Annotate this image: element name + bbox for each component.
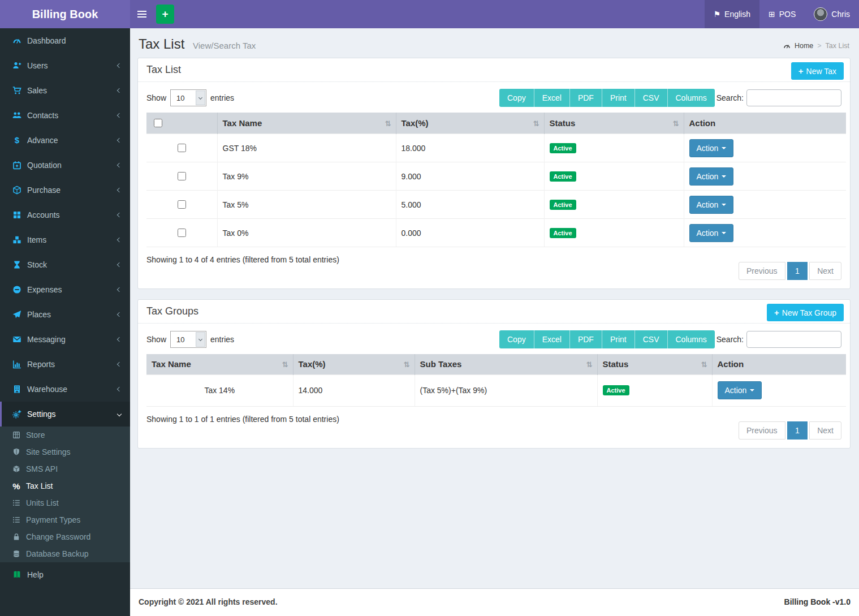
pdf-button[interactable]: PDF [570,330,602,348]
action-dropdown-button[interactable]: Action [689,167,734,186]
list-icon [12,516,20,524]
new-tax-button[interactable]: + New Tax [791,62,844,80]
sidebar-item-accounts[interactable]: Accounts [0,203,130,227]
pos-menu-item[interactable]: ⊞ POS [759,0,805,28]
sidebar-item-reports[interactable]: Reports [0,352,130,377]
chevron-left-icon [117,188,122,192]
table-footer: Showing 1 to 1 of 1 entries (filtered fr… [146,407,841,440]
pdf-button[interactable]: PDF [570,89,602,107]
sidebar-subitem-sms-api[interactable]: SMS API [0,460,130,477]
sidebar-item-settings[interactable]: Settings [0,402,130,427]
cart-icon [12,86,21,95]
column-header-status[interactable]: Status⇅ [597,354,712,374]
search-input[interactable] [746,89,841,106]
sidebar-subitem-database-backup[interactable]: Database Backup [0,545,130,562]
gears-icon [12,410,21,419]
quick-add-button[interactable]: + [156,5,174,24]
sidebar-item-help[interactable]: Help [0,562,130,587]
copy-button[interactable]: Copy [499,89,534,107]
bar-chart-icon [12,360,21,369]
page-number-button[interactable]: 1 [787,421,808,440]
sidebar-item-sales[interactable]: Sales [0,78,130,103]
sidebar-item-users[interactable]: Users [0,53,130,78]
sidebar-subitem-change-password[interactable]: Change Password [0,528,130,545]
action-dropdown-button[interactable]: Action [718,381,762,399]
page-length-select[interactable]: 10 [170,89,206,106]
tax-list-panel-body: Show 10 entries Copy Excel PDF [138,82,850,288]
sidebar-item-purchase[interactable]: Purchase [0,178,130,203]
sidebar-subitem-store[interactable]: Store [0,427,130,443]
sidebar-item-contacts[interactable]: Contacts [0,103,130,128]
print-button[interactable]: Print [602,89,635,107]
caret-down-icon [722,232,726,234]
sidebar-item-places[interactable]: Places [0,302,130,327]
list-icon [12,499,20,507]
gauge-icon [12,36,21,45]
excel-button[interactable]: Excel [534,330,570,348]
status-badge: Active [550,228,576,238]
action-dropdown-button[interactable]: Action [689,224,734,242]
sidebar-item-messaging[interactable]: Messaging [0,327,130,352]
tax-name-cell: GST 18% [217,134,396,162]
sidebar-item-quotation[interactable]: Quotation [0,153,130,178]
next-page-button[interactable]: Next [809,421,841,440]
breadcrumb-home-link[interactable]: Home [795,42,813,50]
action-dropdown-button[interactable]: Action [689,139,734,157]
page-length-control: Show 10 entries [146,89,234,106]
column-header-tax-name[interactable]: Tax Name⇅ [146,354,293,374]
caret-down-icon [722,204,726,206]
column-header-status[interactable]: Status⇅ [544,113,684,134]
search-input[interactable] [746,331,841,348]
row-checkbox[interactable] [178,144,186,152]
chevron-left-icon [117,337,122,342]
app-version: Billing Book -v1.0 [784,597,851,606]
page-number-button[interactable]: 1 [787,262,808,280]
sidebar-subitem-payment-types[interactable]: Payment Types [0,511,130,528]
app-logo[interactable]: Billing Book [0,0,130,28]
sidebar-toggle-button[interactable] [130,0,154,28]
pos-label: POS [779,10,796,19]
user-menu-item[interactable]: Chris [805,0,859,28]
column-header-tax-percent[interactable]: Tax(%)⇅ [293,354,415,374]
table-info: Showing 1 to 4 of 4 entries (filtered fr… [146,247,339,264]
column-header-tax-percent[interactable]: Tax(%)⇅ [396,113,544,134]
sidebar-subitem-site-settings[interactable]: Site Settings [0,443,130,460]
select-all-checkbox[interactable] [154,119,162,127]
print-button[interactable]: Print [602,330,635,348]
sidebar-item-items[interactable]: Items [0,227,130,252]
copy-button[interactable]: Copy [499,330,534,348]
sidebar-subitem-tax-list[interactable]: % Tax List [0,477,130,494]
previous-page-button[interactable]: Previous [739,421,785,440]
box-icon [12,465,20,473]
csv-button[interactable]: CSV [635,330,668,348]
sidebar-item-advance[interactable]: $ Advance [0,128,130,153]
sidebar-subitem-units-list[interactable]: Units List [0,494,130,511]
sidebar-item-stock[interactable]: Stock [0,252,130,277]
sidebar-item-expenses[interactable]: Expenses [0,277,130,302]
next-page-button[interactable]: Next [809,262,841,280]
column-header-tax-name[interactable]: Tax Name⇅ [217,113,396,134]
csv-button[interactable]: CSV [635,89,668,107]
language-menu-item[interactable]: ⚑ English [705,0,759,28]
sidebar-item-dashboard[interactable]: Dashboard [0,28,130,53]
chevron-left-icon [117,138,122,143]
row-checkbox[interactable] [178,200,186,209]
tax-percent-cell: 0.000 [396,219,544,247]
new-tax-group-button[interactable]: + New Tax Group [767,304,844,321]
plus-icon: + [798,66,804,76]
column-header-sub-taxes[interactable]: Sub Taxes⇅ [415,354,597,374]
status-badge: Active [550,143,576,153]
previous-page-button[interactable]: Previous [739,262,785,280]
row-checkbox[interactable] [178,172,186,180]
table-row: Tax 9% 9.000 Active Action [146,162,846,191]
minus-circle-icon [12,285,21,294]
excel-button[interactable]: Excel [534,89,570,107]
columns-button[interactable]: Columns [668,89,715,107]
tax-list-panel: Tax List + New Tax Show 10 [137,58,851,289]
columns-button[interactable]: Columns [668,330,715,348]
sidebar-item-warehouse[interactable]: Warehouse [0,377,130,402]
page-length-select[interactable]: 10 [170,331,206,348]
action-dropdown-button[interactable]: Action [689,196,734,214]
row-checkbox[interactable] [178,229,186,237]
tax-list-table: Tax Name⇅ Tax(%)⇅ Status⇅ Action GST 18%… [146,113,846,247]
